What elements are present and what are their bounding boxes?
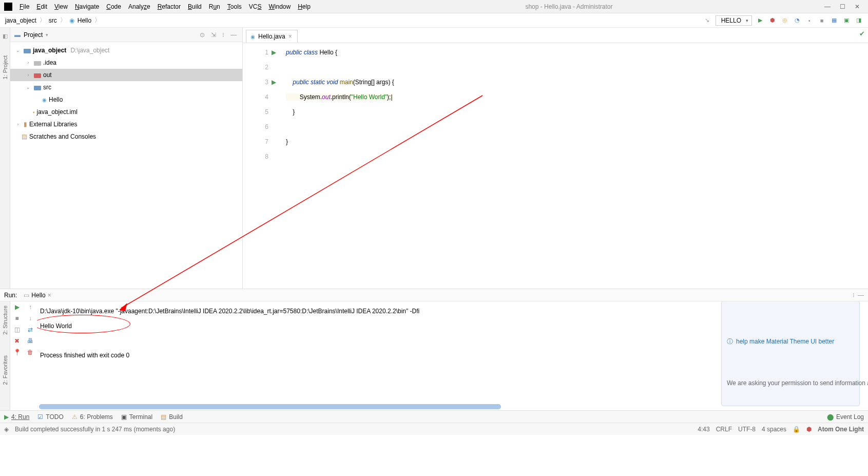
menu-edit[interactable]: Edit	[33, 2, 50, 11]
print-icon[interactable]: 🖶	[27, 337, 33, 345]
tab-hello[interactable]: ◉ Hello.java ×	[246, 30, 298, 43]
rerun-icon[interactable]: ▶	[15, 303, 20, 311]
run-icon[interactable]: ▶	[756, 16, 764, 25]
tree-external[interactable]: ›▮ External Libraries	[10, 118, 242, 130]
left-tab-structure[interactable]: 2: Structure	[2, 306, 8, 335]
status-icon[interactable]: ◈	[4, 426, 9, 433]
inspection-ok-icon[interactable]: ✔	[859, 30, 865, 37]
bottom-tab-terminal[interactable]: ▣Terminal	[121, 413, 152, 421]
tab-hello-label: Hello.java	[258, 33, 285, 40]
line-gutter: 1 2 3 4 5 6 7 8	[243, 43, 272, 289]
run-settings-icon[interactable]: ⁝	[853, 292, 855, 299]
minimize-icon[interactable]: —	[824, 3, 831, 10]
layout-icon[interactable]: ▦	[830, 16, 838, 25]
bottom-tab-build[interactable]: ▤Build	[161, 413, 183, 421]
tree-out[interactable]: › out	[10, 69, 242, 81]
project-panel-header: ▬ Project ▾ ⊙ ⇲ ⁝ —	[10, 28, 242, 42]
attach-icon[interactable]: ▪	[805, 16, 814, 25]
search-icon[interactable]: ◨	[855, 16, 863, 25]
git-icon[interactable]: ▣	[842, 16, 851, 25]
tree-hello[interactable]: ◉ Hello	[10, 93, 242, 106]
bottom-tab-problems[interactable]: ⚠6: Problems	[72, 413, 113, 421]
stripe-icon[interactable]: ◧	[1, 32, 9, 40]
menu-build[interactable]: Build	[185, 2, 205, 11]
bottom-tab-todo[interactable]: ☑TODO	[37, 413, 63, 421]
locate-icon[interactable]: ⊙	[198, 31, 206, 39]
run-tab-hello[interactable]: ▭ Hello ×	[20, 290, 54, 300]
run-line-icon[interactable]: ▶	[272, 45, 283, 60]
exit-icon[interactable]: ✖	[14, 337, 20, 345]
trash-icon[interactable]: 🗑	[27, 349, 33, 356]
horizontal-scrollbar[interactable]	[39, 404, 501, 409]
tree-scratches-label: Scratches and Consoles	[29, 133, 96, 140]
menubar: File Edit View Navigate Code Analyze Ref…	[0, 0, 868, 13]
hide-icon[interactable]: —	[229, 31, 238, 39]
menu-run[interactable]: Run	[206, 2, 223, 11]
run-hide-icon[interactable]: —	[858, 292, 864, 299]
folder-icon	[34, 60, 41, 66]
lock-icon[interactable]: 🔒	[793, 426, 800, 433]
tab-close-icon[interactable]: ×	[288, 33, 292, 40]
console-output[interactable]: D:\Java\jdk-10\bin\java.exe "-javaagent:…	[37, 301, 868, 410]
menu-file[interactable]: File	[16, 2, 32, 11]
tree-src[interactable]: ⌄ src	[10, 81, 242, 93]
left-tab-project[interactable]: 1: Project	[2, 55, 8, 79]
theme-indicator[interactable]: Atom One Light	[818, 426, 864, 433]
layout-icon[interactable]: ◫	[14, 326, 20, 333]
indent-setting[interactable]: 4 spaces	[762, 426, 786, 433]
settings-icon[interactable]: ⁝	[221, 31, 226, 39]
menu-view[interactable]: View	[51, 2, 71, 11]
pin-icon[interactable]: 📍	[13, 349, 21, 356]
tree-idea-label: .idea	[43, 59, 56, 66]
notification-body: We are asking your permission to send in…	[727, 379, 854, 387]
app-icon	[4, 3, 12, 11]
up-icon[interactable]: ↑	[29, 303, 32, 311]
menu-window[interactable]: Window	[265, 2, 294, 11]
tree-root[interactable]: ⌄ java_object D:\java_object	[10, 44, 242, 56]
left-tool-stripe: ◧ 1: Project	[0, 28, 10, 289]
left-tab-favorites[interactable]: 2: Favorites	[2, 355, 8, 385]
class-icon: ◉	[250, 34, 255, 40]
build-icon[interactable]: ↘	[703, 16, 711, 25]
run-panel-header: Run: ▭ Hello × ⁝ —	[0, 289, 868, 301]
tree-out-label: out	[43, 71, 52, 79]
ide-error-icon[interactable]: ⬢	[806, 426, 812, 433]
menu-items: File Edit View Navigate Code Analyze Ref…	[16, 2, 314, 11]
menu-analyze[interactable]: Analyze	[125, 2, 153, 11]
collapse-icon[interactable]: ⇲	[209, 31, 218, 39]
cursor-position[interactable]: 4:43	[698, 426, 709, 433]
menu-vcs[interactable]: VCS	[246, 2, 265, 11]
tree-root-path: D:\java_object	[70, 47, 109, 54]
menu-help[interactable]: Help	[295, 2, 314, 11]
debug-icon[interactable]: ⬢	[768, 16, 777, 25]
tree-idea[interactable]: › .idea	[10, 56, 242, 69]
tree-iml[interactable]: ▪ java_object.iml	[10, 106, 242, 118]
close-icon[interactable]: ✕	[855, 3, 860, 10]
notification-popup[interactable]: ⓘhelp make Material Theme UI better We a…	[721, 301, 860, 406]
stop-icon[interactable]: ■	[15, 315, 18, 322]
wrap-icon[interactable]: ⇄	[28, 326, 33, 333]
line-separator[interactable]: CRLF	[716, 426, 732, 433]
file-encoding[interactable]: UTF-8	[738, 426, 756, 433]
menu-refactor[interactable]: Refactor	[155, 2, 184, 11]
breadcrumb-file[interactable]: Hello	[78, 17, 91, 24]
event-log-tab[interactable]: ⬤Event Log	[827, 413, 864, 421]
run-line-icon[interactable]: ▶	[272, 75, 283, 90]
down-icon[interactable]: ↓	[29, 315, 32, 322]
profile-icon[interactable]: ◔	[793, 16, 801, 25]
menu-code[interactable]: Code	[103, 2, 124, 11]
tree-iml-label: java_object.iml	[37, 108, 78, 116]
coverage-icon[interactable]: ◎	[781, 16, 789, 25]
maximize-icon[interactable]: ☐	[840, 3, 845, 10]
menu-navigate[interactable]: Navigate	[72, 2, 102, 11]
code-editor[interactable]: 1 2 3 4 5 6 7 8 ▶ ▶ public class Hello {…	[243, 43, 868, 289]
breadcrumb-src[interactable]: src	[49, 17, 57, 24]
window-title: shop - Hello.java - Administrator	[314, 3, 824, 10]
code-text[interactable]: public class Hello { public static void …	[283, 43, 868, 289]
tree-scratches[interactable]: ▤ Scratches and Consoles	[10, 130, 242, 143]
bottom-tab-run[interactable]: ▶4: Run	[4, 413, 29, 421]
breadcrumb-root[interactable]: java_object	[5, 17, 36, 24]
stop-icon[interactable]: ■	[818, 16, 826, 25]
menu-tools[interactable]: Tools	[224, 2, 245, 11]
run-config-selector[interactable]: HELLO	[716, 15, 752, 26]
